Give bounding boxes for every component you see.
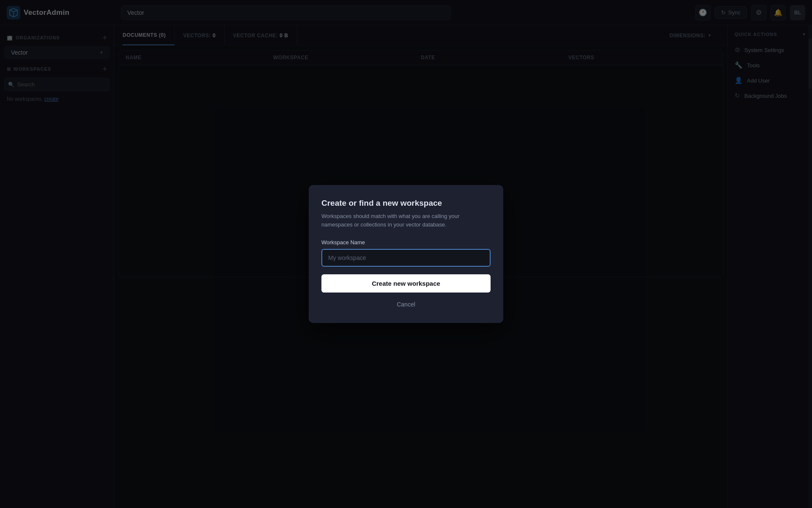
workspace-name-input[interactable] <box>321 249 491 267</box>
create-workspace-modal: Create or find a new workspace Workspace… <box>309 185 503 323</box>
modal-overlay[interactable]: Create or find a new workspace Workspace… <box>0 0 812 508</box>
workspace-name-label: Workspace Name <box>321 239 491 246</box>
modal-title: Create or find a new workspace <box>321 199 491 208</box>
modal-description: Workspaces should match with what you ar… <box>321 212 491 229</box>
cancel-button[interactable]: Cancel <box>321 298 491 311</box>
create-workspace-button[interactable]: Create new workspace <box>321 274 491 293</box>
